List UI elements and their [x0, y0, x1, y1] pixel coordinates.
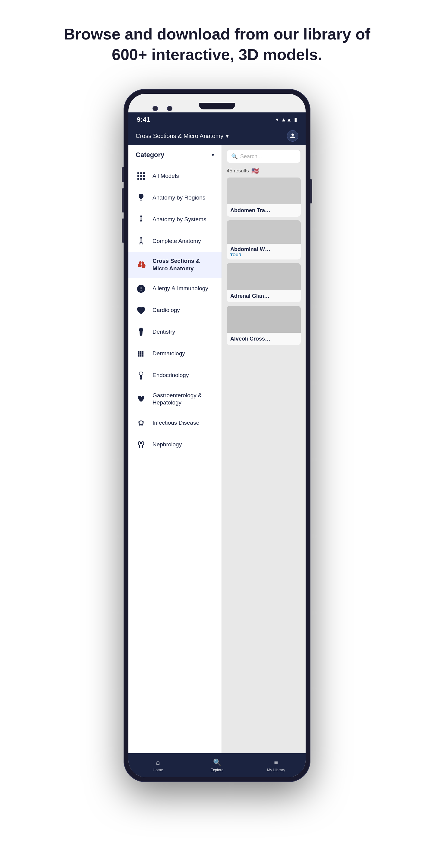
phone-frame: 9:41 ▾ ▲▲ ▮ Cross Sections & Micro Anato…: [124, 89, 310, 782]
phone-screen: 9:41 ▾ ▲▲ ▮ Cross Sections & Micro Anato…: [128, 94, 306, 777]
sidebar-item-gastroenterology[interactable]: Gastroenterology & Hepatology: [128, 386, 221, 412]
search-placeholder[interactable]: Search...: [240, 153, 296, 160]
flag-icon: 🇺🇸: [251, 167, 259, 175]
dropdown-icon: ▾: [226, 132, 229, 140]
heart-icon: [135, 305, 147, 316]
home-label: Home: [153, 768, 163, 772]
result-card-abdomen-tra[interactable]: Abdomen Tra…: [227, 178, 301, 217]
sidebar-item-all-models[interactable]: All Models: [128, 165, 221, 187]
allergy-icon: [135, 283, 147, 294]
gastroenterology-label: Gastroenterology & Hepatology: [153, 392, 214, 407]
wifi-icon: ▾: [276, 116, 278, 123]
explore-icon: 🔍: [213, 758, 221, 767]
hero-title: Browse and download from our library of …: [0, 0, 434, 83]
kidney-icon: [135, 259, 147, 270]
bottom-nav: ⌂ Home 🔍 Explore ≡ My Library: [128, 753, 306, 777]
sidebar-item-anatomy-by-systems[interactable]: Anatomy by Systems: [128, 209, 221, 230]
sidebar-item-endocrinology[interactable]: Endocrinology: [128, 365, 221, 386]
thyroid-icon: [135, 370, 147, 381]
sidebar-item-allergy[interactable]: Allergy & Immunology: [128, 278, 221, 300]
complete-anatomy-label: Complete Anatomy: [153, 238, 201, 245]
category-header: Category ▾: [128, 145, 221, 165]
signal-icon: ▲▲: [281, 117, 292, 123]
header-title-text: Cross Sections & Micro Anatomy: [135, 133, 223, 140]
dentistry-label: Dentistry: [153, 328, 175, 336]
camera-left: [153, 106, 158, 111]
search-bar[interactable]: 🔍 Search...: [227, 150, 301, 163]
head-icon: [135, 192, 147, 203]
figure-icon: [135, 236, 147, 247]
anatomy-by-systems-label: Anatomy by Systems: [153, 216, 206, 223]
endocrinology-label: Endocrinology: [153, 372, 189, 379]
app-header: Cross Sections & Micro Anatomy ▾: [128, 127, 306, 145]
explore-label: Explore: [210, 768, 224, 772]
status-icons: ▾ ▲▲ ▮: [276, 116, 297, 123]
tooth-icon: [135, 327, 147, 338]
allergy-label: Allergy & Immunology: [153, 285, 208, 292]
sidebar-item-nephrology[interactable]: Nephrology: [128, 434, 221, 456]
status-bar: 9:41 ▾ ▲▲ ▮: [128, 113, 306, 127]
nephrology-label: Nephrology: [153, 441, 182, 448]
power-button: [310, 179, 312, 204]
avatar[interactable]: [287, 130, 299, 142]
result-card-adrenal-glan[interactable]: Adrenal Glan…: [227, 263, 301, 302]
sidebar-item-dentistry[interactable]: Dentistry: [128, 321, 221, 343]
anatomy-by-regions-label: Anatomy by Regions: [153, 194, 205, 202]
my-library-label: My Library: [267, 768, 285, 772]
skin-icon: [135, 348, 147, 359]
dermatology-label: Dermatology: [153, 350, 185, 358]
results-panel: 🔍 Search... 45 results 🇺🇸 Abdomen Tra…: [222, 145, 306, 753]
home-icon: ⌂: [156, 758, 160, 767]
app-header-title[interactable]: Cross Sections & Micro Anatomy ▾: [135, 132, 229, 140]
nav-item-home[interactable]: ⌂ Home: [128, 758, 187, 772]
camera-right: [167, 106, 173, 111]
card-tag-tour: TOUR: [230, 253, 297, 257]
phone-notch: [199, 103, 235, 110]
cross-sections-label: Cross Sections & Micro Anatomy: [153, 257, 214, 272]
status-time: 9:41: [137, 116, 150, 124]
search-icon: 🔍: [231, 153, 238, 160]
card-label-adrenal-glan: Adrenal Glan…: [227, 290, 301, 302]
battery-icon: ▮: [294, 116, 297, 123]
grid-icon: [135, 170, 147, 181]
library-icon: ≡: [274, 758, 278, 767]
result-card-abdominal-w[interactable]: Abdominal W… TOUR: [227, 220, 301, 259]
nav-item-my-library[interactable]: ≡ My Library: [247, 758, 306, 772]
sidebar-item-anatomy-by-regions[interactable]: Anatomy by Regions: [128, 187, 221, 209]
results-count: 45 results 🇺🇸: [222, 165, 306, 178]
all-models-label: All Models: [153, 173, 179, 180]
card-label-abdomen-tra: Abdomen Tra…: [227, 204, 301, 217]
virus-icon: [135, 417, 147, 428]
volume-down-button: [122, 218, 124, 243]
app-content: Category ▾ All Models: [128, 145, 306, 753]
sidebar-item-cardiology[interactable]: Cardiology: [128, 300, 221, 321]
chevron-down-icon[interactable]: ▾: [212, 152, 214, 158]
kidney2-icon: [135, 439, 147, 450]
sidebar-item-cross-sections[interactable]: Cross Sections & Micro Anatomy: [128, 252, 221, 278]
results-count-text: 45 results: [227, 168, 249, 174]
category-panel: Category ▾ All Models: [128, 145, 222, 753]
result-card-alveoli-cross[interactable]: Alveoli Cross…: [227, 306, 301, 345]
card-label-abdominal-w: Abdominal W…: [230, 246, 297, 253]
sidebar-item-dermatology[interactable]: Dermatology: [128, 343, 221, 365]
sidebar-item-complete-anatomy[interactable]: Complete Anatomy: [128, 230, 221, 252]
cardiology-label: Cardiology: [153, 307, 180, 314]
nav-item-explore[interactable]: 🔍 Explore: [187, 758, 247, 772]
sidebar-item-infectious-disease[interactable]: Infectious Disease: [128, 412, 221, 434]
volume-up-button: [122, 188, 124, 213]
mute-button: [122, 167, 124, 182]
phone-device: 9:41 ▾ ▲▲ ▮ Cross Sections & Micro Anato…: [124, 89, 310, 782]
card-label-alveoli-cross: Alveoli Cross…: [227, 333, 301, 345]
phone-cameras: [153, 106, 173, 111]
torso-icon: [135, 214, 147, 225]
category-header-text: Category: [135, 151, 164, 159]
stomach-icon: [135, 394, 147, 404]
infectious-disease-label: Infectious Disease: [153, 419, 199, 427]
